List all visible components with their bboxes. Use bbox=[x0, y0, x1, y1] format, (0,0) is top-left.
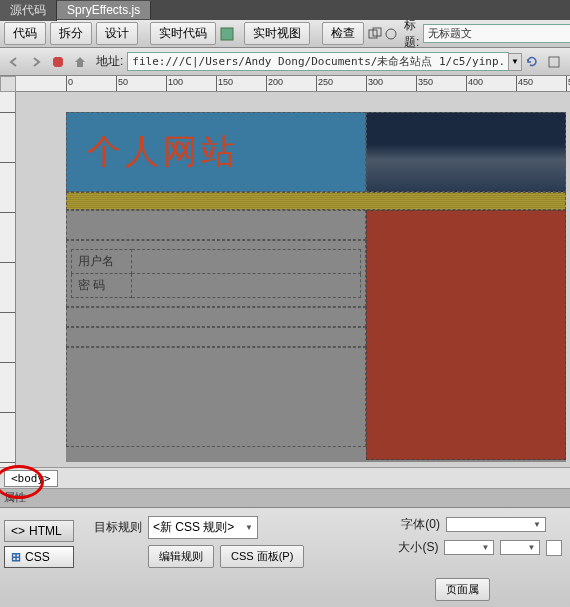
right-column[interactable] bbox=[366, 210, 566, 460]
tab-source[interactable]: 源代码 bbox=[0, 0, 57, 21]
username-label: 用户名 bbox=[72, 250, 132, 274]
properties-panel: <> HTML ⊞ CSS 目标规则 <新 CSS 规则> ▼ 编辑规则 CSS… bbox=[0, 507, 570, 607]
content-cell[interactable] bbox=[66, 347, 366, 447]
view-toolbar: 代码 拆分 设计 实时代码 实时视图 检查 标题: bbox=[0, 20, 570, 48]
font-label: 字体(0) bbox=[390, 516, 440, 533]
css-icon: ⊞ bbox=[11, 550, 21, 564]
target-rule-label: 目标规则 bbox=[82, 519, 142, 536]
ruler-corner bbox=[0, 76, 16, 92]
chevron-down-icon: ▼ bbox=[533, 520, 541, 529]
svg-rect-0 bbox=[221, 28, 233, 40]
color-swatch[interactable] bbox=[546, 540, 562, 556]
html-tab-label: HTML bbox=[29, 524, 62, 538]
site-title: 个人网站 bbox=[87, 129, 239, 175]
html-icon: <> bbox=[11, 524, 25, 538]
split-view-button[interactable]: 拆分 bbox=[50, 22, 92, 45]
svg-point-3 bbox=[386, 29, 396, 39]
login-table: 用户名 密 码 bbox=[71, 249, 361, 298]
username-field-cell[interactable] bbox=[132, 250, 361, 274]
target-rule-value: <新 CSS 规则> bbox=[153, 519, 234, 536]
address-toolbar: 地址: ▼ bbox=[0, 48, 570, 76]
form-cell[interactable]: 用户名 密 码 bbox=[66, 240, 366, 307]
back-icon[interactable] bbox=[4, 52, 24, 72]
svg-rect-5 bbox=[549, 57, 559, 67]
css-panel-button[interactable]: CSS 面板(P) bbox=[220, 545, 304, 568]
page-attributes-button[interactable]: 页面属 bbox=[435, 578, 490, 601]
svg-marker-4 bbox=[53, 57, 63, 67]
font-select[interactable]: ▼ bbox=[446, 517, 546, 532]
spacer-cell[interactable] bbox=[66, 210, 366, 240]
forward-icon[interactable] bbox=[26, 52, 46, 72]
header-row: 个人网站 bbox=[66, 112, 566, 192]
password-field-cell[interactable] bbox=[132, 274, 361, 298]
document-tabs: 源代码 SpryEffects.js bbox=[0, 0, 570, 20]
body-tag-selector[interactable]: <body> bbox=[4, 470, 58, 487]
vertical-ruler bbox=[0, 92, 16, 467]
tab-file[interactable]: SpryEffects.js bbox=[57, 1, 151, 19]
spacer-cell[interactable] bbox=[66, 327, 366, 347]
page-title-label: 标题: bbox=[404, 17, 419, 51]
visual-aids-icon[interactable] bbox=[384, 24, 398, 44]
chevron-down-icon: ▼ bbox=[245, 523, 253, 532]
spacer-cell[interactable] bbox=[66, 307, 366, 327]
table-row: 用户名 bbox=[72, 250, 361, 274]
chevron-down-icon: ▼ bbox=[528, 543, 536, 552]
edit-rule-button[interactable]: 编辑规则 bbox=[148, 545, 214, 568]
address-label: 地址: bbox=[96, 53, 123, 70]
target-rule-select[interactable]: <新 CSS 规则> ▼ bbox=[148, 516, 258, 539]
inspect-button[interactable]: 检查 bbox=[322, 22, 364, 45]
css-tab-label: CSS bbox=[25, 550, 50, 564]
mode-tabs: <> HTML ⊞ CSS bbox=[4, 512, 74, 603]
nav-strip[interactable] bbox=[66, 192, 566, 210]
live-code-button[interactable]: 实时代码 bbox=[150, 22, 216, 45]
html-mode-tab[interactable]: <> HTML bbox=[4, 520, 74, 542]
design-view-button[interactable]: 设计 bbox=[96, 22, 138, 45]
horizontal-ruler: 050100150200250300350400450500 bbox=[16, 76, 570, 92]
properties-label: 属性 bbox=[4, 490, 26, 505]
password-label: 密 码 bbox=[72, 274, 132, 298]
body-row: 用户名 密 码 bbox=[66, 210, 566, 460]
settings-icon[interactable] bbox=[544, 52, 564, 72]
page-body[interactable]: 个人网站 用户名 密 码 bbox=[66, 112, 566, 462]
size-unit-select[interactable]: ▼ bbox=[500, 540, 540, 555]
live-view-button[interactable]: 实时视图 bbox=[244, 22, 310, 45]
home-icon[interactable] bbox=[70, 52, 90, 72]
header-image-cell[interactable] bbox=[366, 112, 566, 192]
address-dropdown[interactable]: ▼ bbox=[508, 53, 522, 71]
header-title-cell[interactable]: 个人网站 bbox=[66, 112, 366, 192]
stop-icon[interactable] bbox=[48, 52, 68, 72]
live-code-icon[interactable] bbox=[220, 24, 234, 44]
refresh-icon[interactable] bbox=[522, 52, 542, 72]
multiscreen-icon[interactable] bbox=[368, 24, 382, 44]
tag-selector-bar: <body> bbox=[0, 467, 570, 489]
table-row: 密 码 bbox=[72, 274, 361, 298]
css-mode-tab[interactable]: ⊞ CSS bbox=[4, 546, 74, 568]
code-view-button[interactable]: 代码 bbox=[4, 22, 46, 45]
design-canvas[interactable]: 个人网站 用户名 密 码 bbox=[16, 92, 570, 467]
chevron-down-icon: ▼ bbox=[482, 543, 490, 552]
properties-main: 目标规则 <新 CSS 规则> ▼ 编辑规则 CSS 面板(P) bbox=[74, 512, 386, 603]
page-title-input[interactable] bbox=[423, 24, 570, 43]
address-input[interactable] bbox=[127, 52, 509, 71]
size-select[interactable]: ▼ bbox=[444, 540, 494, 555]
size-label: 大小(S) bbox=[390, 539, 438, 556]
left-column: 用户名 密 码 bbox=[66, 210, 366, 460]
